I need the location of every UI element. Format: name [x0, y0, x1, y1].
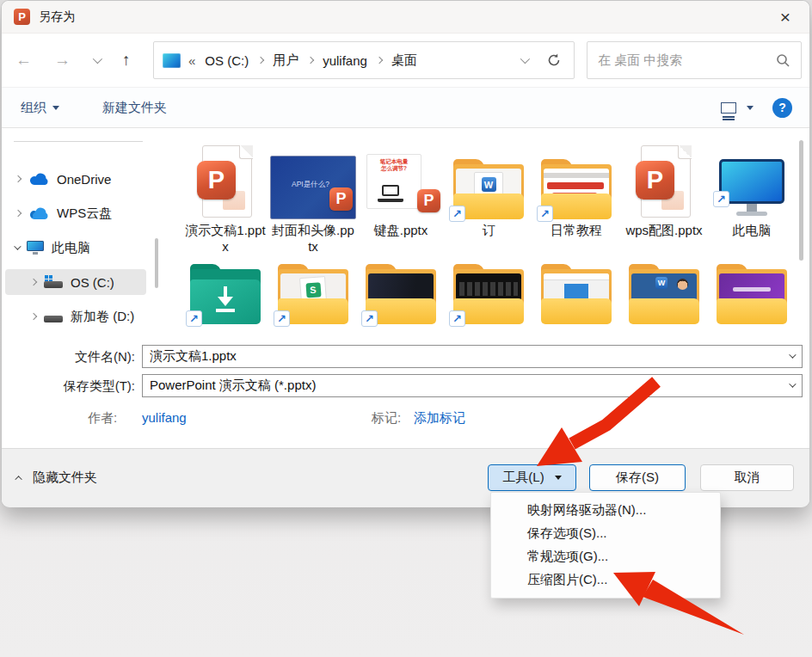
shortcut-arrow-icon	[537, 206, 553, 222]
title-bar: P 另存为 ×	[2, 1, 809, 34]
author-label: 作者:	[88, 410, 117, 427]
breadcrumb-separator-icon	[376, 57, 383, 64]
folder-shortcut-tile[interactable]: 日常教程	[533, 133, 619, 261]
main-area: OneDrive WPS云盘 此电脑	[2, 128, 809, 341]
folder-icon	[715, 264, 789, 324]
expander-icon[interactable]	[15, 210, 22, 217]
close-icon[interactable]: ×	[773, 6, 797, 28]
desktop-location-icon	[163, 53, 181, 68]
combo-chevron-icon[interactable]	[789, 351, 796, 358]
recent-locations-chevron-icon[interactable]	[93, 54, 102, 64]
file-tile-pptx[interactable]: P 演示文稿1.pptx	[182, 133, 268, 261]
help-button[interactable]: ?	[772, 98, 792, 118]
folder-shortcut-tile[interactable]	[446, 261, 532, 341]
refresh-icon[interactable]	[546, 52, 562, 68]
folder-tile[interactable]	[533, 261, 619, 341]
breadcrumb-overflow[interactable]: «	[188, 53, 195, 68]
save-type-label: 保存类型(T):	[2, 378, 135, 395]
tools-button[interactable]: 工具(L)	[488, 464, 576, 491]
menu-item-save-options[interactable]: 保存选项(S)...	[491, 522, 720, 545]
breadcrumb-item-desktop[interactable]: 桌面	[390, 50, 419, 71]
filename-label: 文件名(N):	[2, 349, 135, 365]
breadcrumb-item-user[interactable]: yulifang	[321, 51, 369, 71]
file-tile-pptx-thumbnail[interactable]: API是什么? P 封面和头像.pptx	[270, 133, 356, 261]
this-pc-shortcut-tile[interactable]: 此电脑	[709, 133, 795, 261]
computer-icon	[27, 241, 44, 255]
sidebar-scrollbar[interactable]	[155, 238, 158, 288]
new-folder-button[interactable]: 新建文件夹	[99, 95, 170, 121]
folder-shortcut-tile[interactable]: S	[270, 261, 356, 341]
save-button[interactable]: 保存(S)	[589, 464, 686, 491]
navigation-bar: ← → ↑ « OS (C:) 用户 yulifang 桌面	[2, 34, 809, 87]
keyboard-thumbnail-icon: 笔记本电量 怎么调节? P	[361, 154, 440, 219]
hide-folders-button[interactable]: 隐藏文件夹	[17, 470, 97, 486]
organize-button[interactable]: 组织	[17, 95, 63, 121]
expander-icon[interactable]	[15, 175, 22, 182]
sidebar-item-onedrive[interactable]: OneDrive	[2, 166, 153, 192]
menu-item-map-network-drive[interactable]: 映射网络驱动器(N)...	[491, 499, 720, 522]
shortcut-arrow-icon	[274, 310, 290, 327]
downloads-folder-icon	[188, 264, 262, 324]
shortcut-arrow-icon	[449, 206, 465, 222]
search-icon	[776, 53, 790, 68]
navigation-pane: OneDrive WPS云盘 此电脑	[2, 128, 160, 341]
tags-label: 标记:	[372, 410, 401, 427]
search-input[interactable]: 在 桌面 中搜索	[587, 41, 802, 79]
cancel-button[interactable]: 取消	[700, 464, 794, 491]
shortcut-arrow-icon	[361, 310, 378, 327]
powerpoint-app-icon: P	[14, 9, 30, 25]
organize-dropdown-icon	[52, 106, 59, 110]
search-placeholder: 在 桌面 中搜索	[598, 52, 682, 69]
tools-dropdown-icon	[555, 476, 562, 480]
sidebar-item-wps-cloud[interactable]: WPS云盘	[2, 200, 153, 226]
sidebar-item-os-c[interactable]: OS (C:)	[2, 269, 153, 295]
folder-icon: S	[276, 264, 350, 324]
shortcut-arrow-icon	[713, 191, 729, 207]
save-type-select[interactable]: PowerPoint 演示文稿 (*.pptx)	[142, 374, 803, 397]
breadcrumb-separator-icon	[257, 57, 264, 64]
file-list-scrollbar[interactable]	[799, 140, 803, 261]
forward-icon[interactable]: →	[54, 51, 71, 70]
back-icon[interactable]: ←	[15, 51, 32, 70]
slide-thumbnail-icon: API是什么? P	[270, 156, 356, 219]
up-icon[interactable]: ↑	[122, 51, 131, 70]
folder-tile[interactable]	[709, 261, 795, 341]
screenshot-stage: P 另存为 × ← → ↑ « OS (C:) 用户 yulifang 桌面	[0, 0, 812, 657]
os-drive-icon	[44, 275, 63, 289]
file-tile-pptx[interactable]: P wps配图.pptx	[621, 133, 707, 261]
folder-icon	[364, 264, 438, 324]
address-dropdown-chevron-icon[interactable]	[520, 54, 530, 64]
folder-tile[interactable]: W	[621, 261, 707, 341]
sidebar-item-this-pc[interactable]: 此电脑	[2, 235, 153, 261]
folder-shortcut-tile[interactable]	[182, 261, 268, 341]
breadcrumb-item-users[interactable]: 用户	[271, 50, 300, 71]
folder-shortcut-tile[interactable]: W 订	[446, 133, 532, 261]
folder-icon: W	[627, 264, 701, 324]
sidebar-item-volume-d[interactable]: 新加卷 (D:)	[2, 304, 153, 329]
author-value[interactable]: yulifang	[142, 410, 187, 425]
folder-shortcut-tile[interactable]	[358, 261, 444, 341]
address-bar[interactable]: « OS (C:) 用户 yulifang 桌面	[153, 41, 575, 79]
tools-menu: 映射网络驱动器(N)... 保存选项(S)... 常规选项(G)... 压缩图片…	[490, 492, 721, 599]
file-tile-pptx-keyboard[interactable]: 笔记本电量 怎么调节? P 键盘.pptx	[358, 133, 444, 261]
download-arrow-icon	[212, 285, 238, 314]
command-bar: 组织 新建文件夹 ?	[2, 87, 809, 128]
pptx-file-icon: P	[636, 144, 692, 219]
menu-item-general-options[interactable]: 常规选项(G)...	[491, 545, 720, 568]
shortcut-arrow-icon	[449, 310, 465, 327]
pptx-file-icon: P	[197, 144, 254, 219]
view-mode-icon[interactable]	[721, 102, 736, 114]
collapse-icon[interactable]	[14, 243, 21, 249]
file-grid: P 演示文稿1.pptx API是什么? P 封面和头像.pptx 笔记本电量	[160, 133, 796, 341]
expander-icon[interactable]	[30, 313, 37, 320]
filename-input[interactable]: 演示文稿1.pptx	[142, 345, 803, 368]
save-as-dialog: P 另存为 × ← → ↑ « OS (C:) 用户 yulifang 桌面	[1, 0, 810, 507]
menu-item-compress-pictures[interactable]: 压缩图片(C)...	[491, 568, 720, 592]
combo-chevron-icon[interactable]	[789, 380, 796, 387]
breadcrumb-item-drive[interactable]: OS (C:)	[203, 51, 250, 71]
folder-icon	[539, 264, 613, 324]
add-tag-link[interactable]: 添加标记	[414, 410, 465, 427]
breadcrumb-separator-icon	[307, 57, 314, 64]
view-dropdown-icon[interactable]	[747, 106, 754, 110]
dialog-title: 另存为	[39, 9, 75, 25]
